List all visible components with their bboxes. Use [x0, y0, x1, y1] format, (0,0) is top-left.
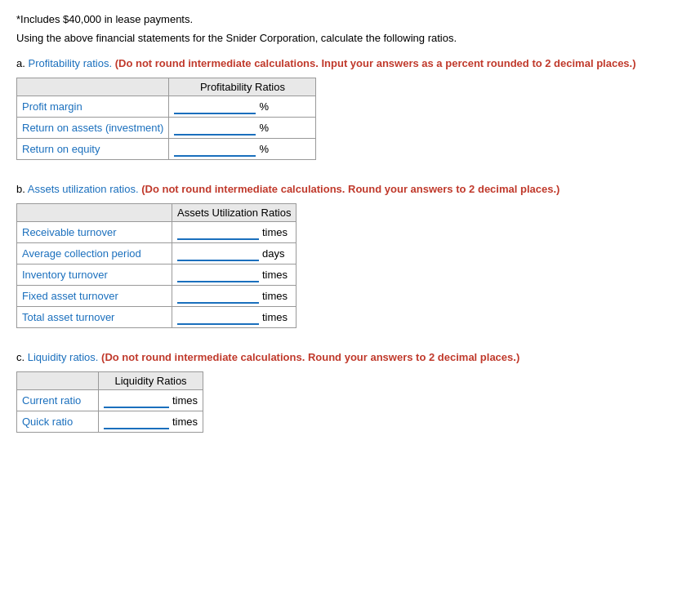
prof-input-0[interactable]: [174, 99, 256, 114]
liquidity-table: Liquidity Ratios Current ratio times Qui…: [16, 371, 203, 433]
assets-input-2[interactable]: [177, 267, 259, 282]
prof-label-header: [17, 78, 169, 96]
prof-row-label: Return on equity: [17, 139, 169, 160]
assets-row-label: Total asset turnover: [17, 307, 172, 328]
assets-row-value-cell: times: [172, 286, 296, 307]
section-a-topic: Profitability ratios.: [28, 57, 112, 69]
assets-unit-0: times: [262, 226, 288, 238]
prof-row-label: Profit margin: [17, 96, 169, 118]
prof-row-label: Return on assets (investment): [17, 118, 169, 139]
assets-input-1[interactable]: [177, 246, 259, 261]
prof-input-2[interactable]: [174, 141, 256, 157]
assets-row-label: Inventory turnover: [17, 264, 172, 286]
section-b-letter: b.: [16, 183, 25, 195]
table-row: Total asset turnover times: [17, 307, 296, 328]
table-row: Receivable turnover times: [17, 222, 296, 243]
liq-unit-0: times: [172, 394, 198, 407]
assets-label-header: [17, 204, 172, 222]
liq-row-value-cell: times: [99, 390, 203, 411]
prof-unit-2: %: [259, 143, 269, 155]
section-b: b. Assets utilization ratios. (Do not ro…: [16, 183, 684, 328]
table-row: Average collection period days: [17, 243, 296, 264]
profitability-table: Profitability Ratios Profit margin % Ret…: [16, 78, 316, 160]
assets-input-0[interactable]: [177, 224, 259, 240]
table-row: Return on assets (investment) %: [17, 118, 316, 139]
prof-row-value-cell: %: [169, 139, 316, 160]
assets-unit-3: times: [262, 290, 288, 302]
assets-row-value-cell: times: [172, 222, 296, 243]
section-b-label: b. Assets utilization ratios. (Do not ro…: [16, 183, 684, 195]
assets-row-label: Average collection period: [17, 243, 172, 264]
section-a: a. Profitability ratios. (Do not round i…: [16, 57, 684, 160]
prof-unit-1: %: [259, 122, 269, 134]
assets-row-label: Receivable turnover: [17, 222, 172, 243]
section-a-letter: a.: [16, 57, 25, 69]
liq-unit-1: times: [172, 416, 198, 428]
table-row: Current ratio times: [17, 390, 203, 411]
liq-row-label: Quick ratio: [17, 411, 99, 433]
assets-unit-2: times: [262, 269, 288, 281]
main-instruction: Using the above financial statements for…: [16, 32, 684, 44]
section-b-topic: Assets utilization ratios.: [28, 183, 139, 195]
section-a-instruction: (Do not round intermediate calculations.…: [115, 57, 636, 69]
table-row: Quick ratio times: [17, 411, 203, 433]
liq-label-header: [17, 372, 99, 390]
section-b-instruction: (Do not round intermediate calculations.…: [141, 183, 560, 195]
section-c-letter: c.: [16, 351, 25, 363]
prof-unit-0: %: [259, 100, 269, 113]
section-c-label: c. Liquidity ratios. (Do not round inter…: [16, 351, 684, 363]
prof-row-value-cell: %: [169, 118, 316, 139]
section-c-topic: Liquidity ratios.: [28, 351, 99, 363]
section-a-label: a. Profitability ratios. (Do not round i…: [16, 57, 684, 69]
liq-input-1[interactable]: [104, 414, 169, 429]
assets-row-value-cell: days: [172, 243, 296, 264]
assets-unit-1: days: [262, 247, 284, 260]
assets-input-4[interactable]: [177, 309, 259, 325]
lease-note: *Includes $40,000 in lease payments.: [16, 13, 684, 25]
table-row: Fixed asset turnover times: [17, 286, 296, 307]
table-row: Inventory turnover times: [17, 264, 296, 286]
liq-row-label: Current ratio: [17, 390, 99, 411]
assets-row-value-cell: times: [172, 307, 296, 328]
liq-row-value-cell: times: [99, 411, 203, 433]
liq-ratio-header: Liquidity Ratios: [99, 372, 203, 390]
assets-row-value-cell: times: [172, 264, 296, 286]
assets-row-label: Fixed asset turnover: [17, 286, 172, 307]
table-row: Profit margin %: [17, 96, 316, 118]
prof-ratio-header: Profitability Ratios: [169, 78, 316, 96]
assets-input-3[interactable]: [177, 288, 259, 304]
assets-unit-4: times: [262, 311, 288, 323]
table-row: Return on equity %: [17, 139, 316, 160]
assets-table: Assets Utilization Ratios Receivable tur…: [16, 203, 296, 328]
prof-input-1[interactable]: [174, 120, 256, 136]
section-c: c. Liquidity ratios. (Do not round inter…: [16, 351, 684, 433]
liq-input-0[interactable]: [104, 393, 169, 408]
assets-ratio-header: Assets Utilization Ratios: [172, 204, 296, 222]
section-c-instruction: (Do not round intermediate calculations.…: [101, 351, 519, 363]
prof-row-value-cell: %: [169, 96, 316, 118]
